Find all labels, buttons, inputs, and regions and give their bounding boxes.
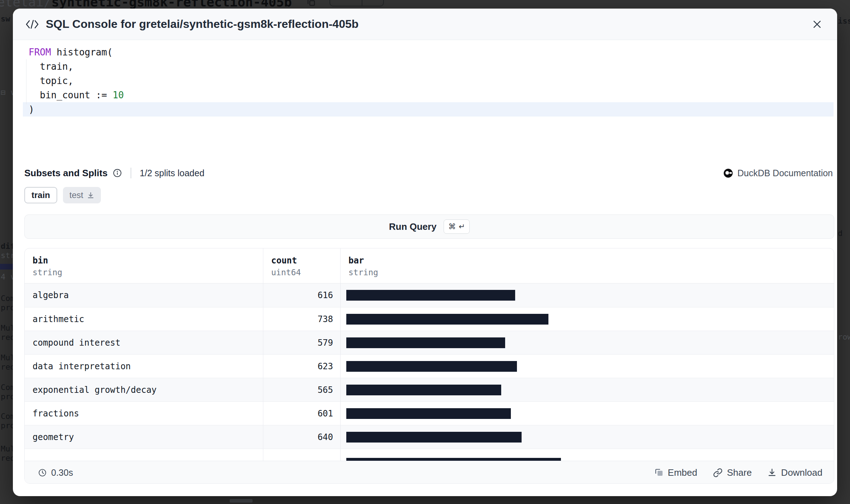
cell-bar bbox=[340, 283, 834, 307]
column-name: bin bbox=[33, 256, 263, 266]
code-token-keyword: FROM bbox=[29, 47, 51, 58]
histogram-bar bbox=[346, 337, 505, 348]
background-text-fragment: d bbox=[838, 229, 842, 238]
modal-title: SQL Console for gretelai/synthetic-gsm8k… bbox=[46, 18, 358, 31]
footer-actions: Embed Share bbox=[654, 467, 822, 478]
copy-icon bbox=[307, 0, 316, 6]
share-link-icon bbox=[713, 468, 723, 478]
split-button-train[interactable]: train bbox=[24, 187, 57, 203]
code-icon bbox=[26, 19, 39, 29]
duckdb-docs-label: DuckDB Documentation bbox=[737, 168, 833, 178]
query-time: 0.30s bbox=[38, 468, 73, 478]
code-token-plain: ) bbox=[29, 104, 34, 115]
histogram-bar bbox=[346, 290, 515, 301]
histogram-bar bbox=[346, 385, 501, 395]
return-key-icon: ↵ bbox=[459, 222, 465, 231]
background-text-fragment: row bbox=[838, 332, 850, 341]
download-icon bbox=[767, 468, 777, 477]
results-table: bin string count uint64 bar string algeb… bbox=[24, 248, 834, 484]
share-label: Share bbox=[727, 467, 752, 478]
table-row[interactable]: exponential growth/decay565 bbox=[25, 378, 834, 401]
background-like-button-ghost bbox=[329, 0, 384, 6]
divider bbox=[131, 168, 131, 178]
table-body: algebra616arithmetic738compound interest… bbox=[25, 283, 834, 461]
cell-bar bbox=[340, 331, 834, 354]
table-row[interactable]: algebra616 bbox=[25, 283, 834, 307]
column-type: string bbox=[348, 268, 834, 277]
keyboard-shortcut-badge: ⌘ ↵ bbox=[444, 219, 470, 234]
code-token-number: 10 bbox=[113, 90, 124, 100]
query-time-value: 0.30s bbox=[51, 468, 73, 478]
cell-bin: geometry bbox=[25, 425, 263, 449]
close-icon bbox=[812, 20, 822, 29]
editor-line[interactable]: train, bbox=[23, 59, 834, 74]
histogram-bar bbox=[346, 314, 548, 325]
cell-count: 601 bbox=[263, 402, 340, 425]
column-header-bar[interactable]: bar string bbox=[340, 248, 834, 283]
embed-icon bbox=[654, 468, 664, 477]
code-token-plain: train, bbox=[29, 61, 73, 72]
cell-bin: data interpretation bbox=[25, 355, 263, 378]
run-query-button[interactable]: Run Query ⌘ ↵ bbox=[24, 214, 834, 239]
close-button[interactable] bbox=[811, 18, 824, 31]
cell-count: 738 bbox=[263, 307, 340, 331]
sql-editor[interactable]: FROM histogram( train, topic, bin_count … bbox=[13, 40, 837, 158]
split-button-test[interactable]: test bbox=[63, 187, 101, 203]
code-token-plain: topic, bbox=[29, 75, 73, 86]
column-header-bin[interactable]: bin string bbox=[25, 248, 263, 283]
cell-bin: fractions bbox=[25, 402, 263, 425]
table-row[interactable]: fractions601 bbox=[25, 401, 834, 425]
background-text-fragment: issa bbox=[838, 16, 850, 25]
download-icon bbox=[87, 192, 94, 199]
subsets-left: Subsets and Splits 1/2 splits loaded bbox=[24, 168, 204, 179]
code-token-plain: histogram( bbox=[51, 47, 113, 58]
table-row[interactable]: geometry640 bbox=[25, 425, 834, 449]
cell-bar bbox=[340, 425, 834, 449]
cell-bin: exponential growth/decay bbox=[25, 378, 263, 401]
cell-bin: arithmetic bbox=[25, 307, 263, 331]
table-row[interactable]: compound interest579 bbox=[25, 331, 834, 354]
background-repo-prefix: etelai/ bbox=[0, 0, 52, 9]
subsets-title: Subsets and Splits bbox=[24, 168, 108, 179]
histogram-bar bbox=[346, 361, 517, 372]
embed-button[interactable]: Embed bbox=[654, 467, 697, 478]
cell-bin bbox=[25, 449, 263, 461]
background-selected-row-fragment bbox=[0, 264, 13, 270]
cell-bar bbox=[340, 378, 834, 401]
table-row[interactable]: data interpretation623 bbox=[25, 354, 834, 378]
sql-console-modal: SQL Console for gretelai/synthetic-gsm8k… bbox=[13, 9, 837, 496]
code-token-plain: bin_count := bbox=[29, 90, 113, 100]
histogram-bar bbox=[346, 408, 511, 419]
column-name: bar bbox=[348, 256, 834, 266]
cell-count: 616 bbox=[263, 283, 340, 307]
histogram-bar bbox=[346, 458, 561, 461]
table-row-partial[interactable] bbox=[25, 449, 834, 461]
cell-bar bbox=[340, 355, 834, 378]
split-label: train bbox=[31, 190, 50, 200]
column-name: count bbox=[271, 256, 340, 266]
background-repo-name: synthetic-gsm8k-reflection-405b bbox=[52, 0, 292, 9]
duckdb-logo-icon bbox=[723, 168, 733, 178]
download-label: Download bbox=[781, 467, 822, 478]
table-row[interactable]: arithmetic738 bbox=[25, 307, 834, 331]
editor-line[interactable]: bin_count := 10 bbox=[23, 88, 834, 102]
info-icon[interactable] bbox=[113, 168, 122, 178]
table-header: bin string count uint64 bar string bbox=[25, 248, 834, 283]
splits-loaded-status: 1/2 splits loaded bbox=[140, 168, 205, 178]
cell-bar bbox=[340, 307, 834, 331]
duckdb-docs-link[interactable]: DuckDB Documentation bbox=[723, 168, 833, 178]
background-bottom-fragment bbox=[230, 499, 253, 503]
cell-count: 623 bbox=[263, 355, 340, 378]
cell-count: 579 bbox=[263, 331, 340, 354]
share-button[interactable]: Share bbox=[713, 467, 752, 478]
column-header-count[interactable]: count uint64 bbox=[263, 248, 340, 283]
download-button[interactable]: Download bbox=[767, 467, 822, 478]
editor-line[interactable]: FROM histogram( bbox=[23, 45, 834, 59]
cell-count: 640 bbox=[263, 425, 340, 449]
clock-icon bbox=[38, 468, 47, 477]
editor-active-line[interactable]: ) bbox=[23, 102, 834, 117]
cell-count bbox=[263, 449, 340, 461]
cell-bar bbox=[340, 449, 834, 461]
editor-line[interactable]: topic, bbox=[23, 74, 834, 88]
cmd-key-icon: ⌘ bbox=[448, 222, 456, 231]
